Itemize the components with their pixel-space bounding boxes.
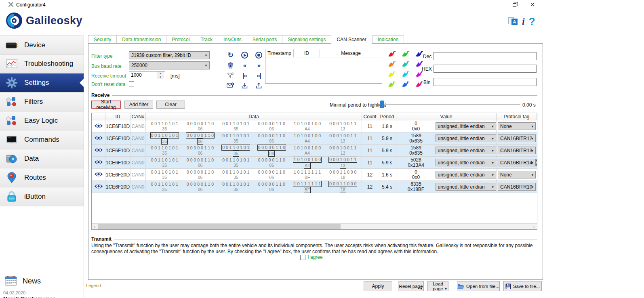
byte-3[interactable]: 0 0 0 0 0 1 1 006: [254, 133, 289, 144]
bin-input[interactable]: [434, 78, 537, 86]
add-filter-button[interactable]: Add filter: [124, 101, 153, 109]
spin-down-icon[interactable]: ▼: [157, 75, 164, 79]
sidebar-item-routes[interactable]: Routes: [0, 168, 84, 187]
tab-signaling-settings[interactable]: Signaling settings: [282, 35, 331, 44]
highlight-brush-icon-1[interactable]: [402, 50, 410, 59]
news-headline[interactable]: Masafi Crushers uses Galileosky to contr…: [3, 296, 78, 298]
protocol-tag-column-header[interactable]: Protocol tag: [497, 113, 537, 120]
id-column-header[interactable]: ID: [105, 113, 130, 120]
byte-1[interactable]: 0 0 0 0 0 1 1 006: [182, 145, 218, 156]
byte-2[interactable]: 0 0 1 1 0 1 0 135: [218, 121, 254, 132]
protocol-tag-select[interactable]: None▼: [498, 171, 536, 178]
save-to-file-button[interactable]: Save to file...: [503, 281, 542, 291]
sidebar-item-troubleshooting[interactable]: Troubleshooting: [0, 55, 84, 73]
visibility-column-header[interactable]: [92, 113, 105, 120]
byte-5[interactable]: 0 0 0 1 0 0 1 113: [325, 133, 361, 144]
filter-add-icon[interactable]: [227, 72, 234, 79]
eye-icon[interactable]: [94, 172, 103, 178]
trash-icon[interactable]: [227, 62, 234, 69]
capture-col-id[interactable]: ID: [294, 49, 320, 57]
byte-5[interactable]: 0 0 0 1 1 0 0 018: [325, 170, 361, 180]
byte-0[interactable]: 0 0 1 1 0 1 0 135: [147, 170, 182, 180]
open-from-file-button[interactable]: Open from file...: [457, 281, 500, 291]
upload-icon[interactable]: [256, 82, 262, 89]
byte-4[interactable]: 1 0 1 0 0 1 0 0A4: [289, 145, 325, 156]
protocol-tag-select[interactable]: CAN16BITR14▼: [498, 159, 536, 166]
byte-0[interactable]: 0 0 1 1 0 1 0 135: [147, 182, 182, 192]
value-column-header[interactable]: Value: [396, 113, 497, 120]
tab-data-transmission[interactable]: Data transmission: [116, 35, 166, 44]
scroll-left-icon[interactable]: ‹: [92, 224, 98, 229]
endianness-select[interactable]: unsigned, little endian▼: [436, 183, 496, 191]
info-icon[interactable]: i: [522, 17, 525, 26]
sidebar-item-ibutton[interactable]: iButton: [0, 187, 84, 206]
record-icon[interactable]: [255, 52, 262, 59]
endianness-select[interactable]: unsigned, little endian▼: [436, 134, 496, 142]
highlight-brush-icon-2[interactable]: [415, 50, 423, 59]
byte-4[interactable]: 1 0 1 0 0 1 0 0A4: [289, 157, 325, 169]
sidebar-item-commands[interactable]: Commands: [0, 130, 84, 149]
protocol-tag-select[interactable]: CAN16BITR10▼: [498, 183, 536, 191]
eye-icon[interactable]: [94, 135, 103, 142]
byte-2[interactable]: 0 0 1 1 0 1 0 135: [218, 182, 254, 192]
period-column-header[interactable]: Period: [378, 113, 396, 120]
byte-5[interactable]: 0 0 0 1 0 0 1 113: [325, 157, 361, 169]
minimize-button[interactable]: [490, 0, 503, 10]
byte-2[interactable]: 0 0 1 1 0 1 0 135: [218, 170, 254, 180]
protocol-tag-select[interactable]: None▼: [498, 122, 536, 130]
next-icon[interactable]: »: [257, 62, 260, 68]
highlight-brush-icon-11[interactable]: [415, 81, 423, 89]
highlight-brush-icon-0[interactable]: [388, 50, 396, 59]
byte-0[interactable]: 0 0 1 1 0 1 0 135: [147, 121, 182, 132]
first-icon[interactable]: |«: [242, 72, 247, 78]
mail-add-icon[interactable]: [227, 82, 234, 88]
byte-5[interactable]: 0 0 0 1 0 0 1 113: [325, 145, 361, 156]
highlight-brush-icon-7[interactable]: [402, 71, 410, 79]
tab-track[interactable]: Track: [195, 35, 218, 44]
legend-link[interactable]: Legend: [86, 283, 101, 288]
byte-1[interactable]: 0 0 0 0 0 1 1 006: [182, 132, 218, 145]
sidebar-item-settings[interactable]: Settings: [0, 73, 84, 92]
byte-4[interactable]: 1 0 1 1 1 1 1 1BF: [289, 170, 325, 180]
byte-2[interactable]: 0 0 1 1 0 1 0 135: [218, 133, 254, 144]
close-button[interactable]: ×: [526, 0, 539, 10]
tab-protocol[interactable]: Protocol: [166, 35, 195, 44]
bus-baud-rate-select[interactable]: 250000▼: [129, 61, 210, 69]
byte-5[interactable]: 0 0 0 1 0 0 1 113: [325, 121, 361, 132]
filter-type-select[interactable]: J1939 custom filter, 29bit ID▼: [129, 51, 210, 59]
spin-up-icon[interactable]: ▲: [157, 71, 164, 75]
highlight-brush-icon-3[interactable]: [388, 61, 396, 69]
dec-input[interactable]: [434, 52, 537, 60]
capture-col-timestamp[interactable]: Timestamp: [265, 49, 294, 57]
tab-ins-outs[interactable]: Ins/Outs: [218, 35, 247, 44]
clear-button[interactable]: Clear: [156, 101, 185, 109]
prev-icon[interactable]: «: [243, 62, 246, 68]
byte-4[interactable]: 1 0 1 0 0 1 0 0A4: [289, 133, 325, 144]
byte-3[interactable]: 0 0 0 0 0 1 1 006: [254, 145, 289, 157]
tab-security[interactable]: Security: [88, 35, 116, 44]
byte-0[interactable]: 0 0 1 1 0 1 0 135: [147, 132, 182, 145]
byte-4[interactable]: 1 0 1 0 0 1 0 0A4: [289, 121, 325, 132]
i-agree-checkbox[interactable]: [300, 255, 305, 260]
start-receiving-button[interactable]: Start receiving: [91, 101, 121, 109]
byte-3[interactable]: 0 0 0 0 0 1 1 006: [254, 121, 289, 132]
scrollbar-thumb[interactable]: [98, 224, 341, 229]
sidebar-item-data[interactable]: Data: [0, 149, 84, 168]
highlight-brush-icon-10[interactable]: [402, 81, 410, 89]
min-period-slider-handle[interactable]: [380, 101, 384, 108]
endianness-select[interactable]: unsigned, little endian▼: [436, 122, 496, 130]
highlight-brush-icon-6[interactable]: [388, 71, 396, 79]
horizontal-scrollbar[interactable]: ‹ ›: [92, 223, 537, 229]
protocol-tag-select[interactable]: CAN16BITR13▼: [498, 147, 536, 154]
language-icon[interactable]: A: [508, 17, 518, 26]
byte-2[interactable]: 0 0 1 1 0 1 0 135: [218, 157, 254, 168]
data-column-header[interactable]: Data: [146, 113, 362, 120]
can-column-header[interactable]: CAN#: [130, 113, 146, 120]
byte-3[interactable]: 0 0 0 0 0 1 1 006: [254, 157, 289, 168]
count-column-header[interactable]: Count: [362, 113, 378, 120]
endianness-select[interactable]: unsigned, little endian▼: [436, 147, 496, 154]
refresh-icon[interactable]: ↻: [227, 51, 233, 59]
dont-reset-data-checkbox[interactable]: [129, 81, 134, 86]
sidebar-item-easy-logic[interactable]: Easy Logic: [0, 111, 84, 130]
load-page-button[interactable]: Load page▼: [427, 281, 448, 291]
